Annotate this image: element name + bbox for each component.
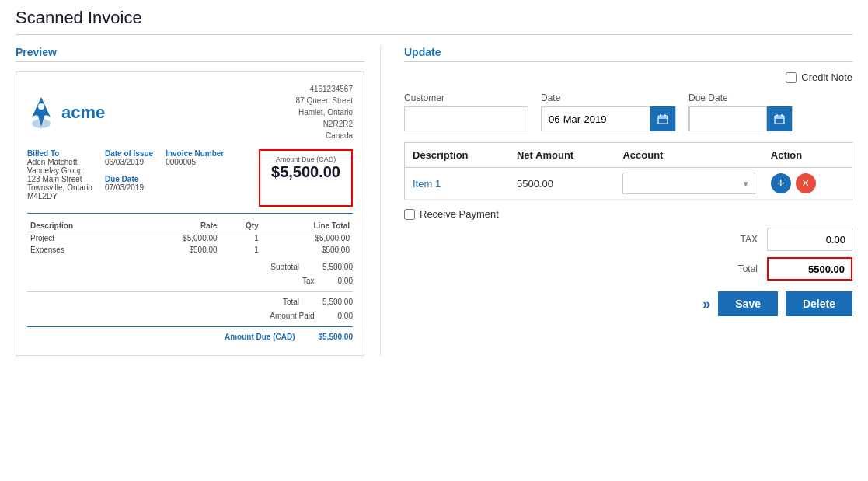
action-buttons: + × [771,173,844,193]
due-date-calendar-btn[interactable] [767,106,792,131]
company-name: acme [61,103,105,123]
col-account: Account [615,143,762,168]
customer-input[interactable] [404,106,528,131]
total-input[interactable] [767,257,852,281]
chevron-down-icon: ▼ [742,180,750,188]
net-amount-cell: 5500.00 [509,168,615,200]
items-table: Description Net Amount Account Action It… [405,143,852,200]
chevrons-icon: » [702,296,710,312]
invoice-line-items: Description Rate Qty Line Total Project$… [27,220,353,256]
total-row: Total [727,257,852,281]
delete-button[interactable]: Delete [786,291,852,316]
date-calendar-btn[interactable] [650,106,675,131]
date-input[interactable] [542,106,650,131]
svg-rect-6 [775,116,784,124]
due-date-group: Due Date [688,92,793,131]
credit-note-row: Credit Note [404,71,852,83]
update-label: Update [404,46,852,62]
receive-payment-label: Receive Payment [420,208,499,220]
date-input-wrap [541,106,676,131]
total-label: Total [727,263,758,274]
invoice-totals: Subtotal5,500.00 Tax0.00 Total5,500.00 A… [27,260,353,344]
customer-label: Customer [404,92,528,103]
preview-label: Preview [16,46,364,62]
col-description: Description [405,143,509,168]
credit-note-label: Credit Note [801,71,852,83]
date-group: Date [541,92,676,131]
invoice-preview: acme 4161234567 87 Queen Street Hamlet, … [16,71,364,356]
tax-row: TAX [727,228,852,251]
page-title: Scanned Invoice [16,8,852,35]
add-item-button[interactable]: + [771,173,791,193]
amount-due-box: Amount Due (CAD) $5,500.00 [259,149,353,207]
receive-payment-checkbox[interactable] [404,209,415,220]
form-row: Customer Date Due Date [404,92,852,131]
account-select[interactable]: ▼ [622,173,755,194]
svg-rect-2 [658,116,668,124]
item-link[interactable]: Item 1 [413,178,441,190]
receive-payment-row: Receive Payment [404,208,852,220]
totals-area: TAX Total [404,228,852,281]
due-date-input-wrap [688,106,793,131]
remove-item-button[interactable]: × [796,173,816,193]
invoice-logo: acme [27,83,105,141]
svg-point-1 [38,103,44,110]
tax-input[interactable] [767,228,852,251]
date-label: Date [541,92,676,103]
bottom-row: » Save Delete [404,291,852,316]
due-date-input[interactable] [689,106,767,131]
items-table-wrap: Description Net Amount Account Action It… [404,142,852,200]
invoice-meta: Billed To Aden Matchett Vandelay Group 1… [27,149,251,200]
company-address: 4161234567 87 Queen Street Hamlet, Ontar… [296,83,353,141]
due-date-label: Due Date [688,92,793,103]
tax-label: TAX [727,234,758,245]
table-row: Item 1 5500.00 ▼ + [405,168,852,200]
save-button[interactable]: Save [718,291,778,316]
customer-group: Customer [404,92,528,131]
col-net-amount: Net Amount [509,143,615,168]
col-action: Action [763,143,852,168]
credit-note-checkbox[interactable] [786,72,797,83]
